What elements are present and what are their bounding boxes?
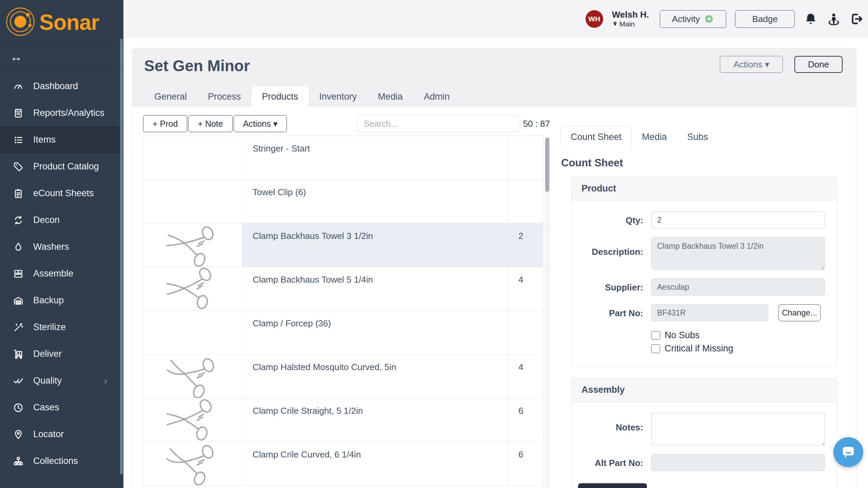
topbar: WH Welsh H. Main Activity Badge <box>123 0 868 38</box>
search-input[interactable] <box>357 115 520 132</box>
sidebar-item-dashboard[interactable]: Dashboard <box>0 73 123 100</box>
sidebar-item-assemble[interactable]: Assemble <box>0 260 123 287</box>
product-name-cell: Clamp Backhaus Towel 3 1/2in <box>242 223 509 267</box>
location-pin-icon <box>612 21 618 27</box>
activity-button[interactable]: Activity <box>660 10 726 28</box>
table-row[interactable]: Clamp Halsted Mosquito Curved, 5in4 <box>143 354 543 398</box>
partial-next-row <box>143 486 543 488</box>
activity-label: Activity <box>672 14 700 24</box>
tab-media[interactable]: Media <box>367 86 413 107</box>
assemble-icon <box>13 268 24 279</box>
description-textarea[interactable] <box>651 237 825 270</box>
locator-icon <box>13 429 24 440</box>
badge-button[interactable]: Badge <box>735 10 795 28</box>
sidebar-item-deliver[interactable]: Deliver <box>0 341 123 367</box>
product-panel-title: Product <box>571 177 837 201</box>
user-location: Main <box>619 20 635 28</box>
dashboard-icon <box>13 81 24 92</box>
sidebar-item-ecount-sheets[interactable]: eCount Sheets <box>0 180 123 207</box>
set-editor-card: Set Gen Minor Actions ▾ Done GeneralProc… <box>132 48 856 488</box>
sidebar-item-product-catalog[interactable]: Product Catalog <box>0 153 123 180</box>
onesource-button[interactable]: OneSource <box>578 483 647 488</box>
chevron-right-icon: › <box>104 375 107 386</box>
alt-part-no-input[interactable] <box>651 454 825 471</box>
tab-general[interactable]: General <box>144 86 197 107</box>
notes-textarea[interactable] <box>651 413 825 445</box>
set-actions-dropdown-button[interactable]: Actions ▾ <box>720 56 783 73</box>
clamp-instrument-photo <box>143 398 242 442</box>
sidebar-item-label: Items <box>33 135 56 145</box>
product-qty-cell: 6 <box>509 398 543 442</box>
add-product-button[interactable]: + Prod <box>143 115 187 132</box>
sidebar: Sonar ↔ DashboardReports/AnalyticsItemsP… <box>0 0 123 488</box>
sidebar-item-label: Collections <box>33 456 78 466</box>
sidebar-item-reports-analytics[interactable]: Reports/Analytics <box>0 100 123 126</box>
sidebar-item-sterilize[interactable]: Sterilize <box>0 314 123 341</box>
sidebar-item-label: Dashboard <box>33 81 78 92</box>
detail-tab-count-sheet[interactable]: Count Sheet <box>560 126 632 148</box>
part-no-input[interactable] <box>651 304 768 321</box>
tab-admin[interactable]: Admin <box>413 86 460 107</box>
change-part-button[interactable]: Change... <box>778 304 821 321</box>
tab-process[interactable]: Process <box>197 86 252 107</box>
logo-text: Sonar <box>39 10 99 35</box>
product-name-cell: Towel Clip (6) <box>242 180 509 223</box>
part-no-label: Part No: <box>575 307 643 319</box>
no-subs-checkbox[interactable] <box>651 331 660 340</box>
empty-image-cell <box>143 136 242 180</box>
sidebar-item-locator[interactable]: Locator <box>0 421 123 448</box>
table-row[interactable]: Clamp Backhaus Towel 3 1/2in2 <box>143 223 543 267</box>
clamp-instrument-photo <box>143 223 242 267</box>
sidebar-item-collections[interactable]: Collections <box>0 448 123 474</box>
sidebar-item-label: Locator <box>33 429 64 440</box>
products-actions-dropdown-button[interactable]: Actions ▾ <box>234 115 287 132</box>
supplier-input[interactable] <box>651 279 825 296</box>
table-row[interactable]: Clamp / Forcep (36) <box>143 311 543 354</box>
chat-widget-button[interactable] <box>833 437 863 467</box>
street-view-user-icon[interactable] <box>827 12 841 26</box>
products-list-pane: + Prod + Note Actions ▾ 50 : 87 Stringer… <box>143 115 550 488</box>
notifications-bell-icon[interactable] <box>804 12 818 26</box>
table-scrollbar[interactable] <box>545 136 550 488</box>
table-row[interactable]: Clamp Crile Straight, 5 1/2in6 <box>143 398 543 442</box>
app-logo[interactable]: Sonar <box>0 0 123 43</box>
alt-part-no-label: Alt Part No: <box>575 457 643 468</box>
tab-products[interactable]: Products <box>252 86 309 107</box>
set-editor-tabs: GeneralProcessProductsInventoryMediaAdmi… <box>144 86 460 107</box>
detail-tab-media[interactable]: Media <box>632 126 677 148</box>
product-name-cell: Clamp / Forcep (36) <box>242 311 509 354</box>
set-editor-header: Set Gen Minor Actions ▾ Done GeneralProc… <box>133 48 856 107</box>
sidebar-item-label: Sterilize <box>33 322 66 332</box>
product-name-cell: Clamp Crile Curved, 6 1/4in <box>242 442 509 486</box>
notes-label: Notes: <box>575 413 643 433</box>
product-qty-cell: 6 <box>509 442 543 486</box>
add-note-button[interactable]: + Note <box>188 115 232 132</box>
sidebar-nav: DashboardReports/AnalyticsItemsProduct C… <box>0 70 123 474</box>
qty-input[interactable] <box>651 211 825 228</box>
sidebar-item-quality[interactable]: Quality› <box>0 367 123 394</box>
sidebar-scrollbar[interactable] <box>120 39 123 474</box>
collections-icon <box>13 456 24 467</box>
table-scrollbar-thumb[interactable] <box>545 138 549 192</box>
table-row[interactable]: Clamp Crile Curved, 6 1/4in6 <box>143 442 543 486</box>
sidebar-item-decon[interactable]: Decon <box>0 207 123 233</box>
table-row[interactable]: Clamp Backhaus Towel 5 1/4in4 <box>143 267 543 311</box>
sidebar-item-backup[interactable]: Backup <box>0 287 123 314</box>
product-name-cell: Stringer - Start <box>242 136 509 180</box>
avatar[interactable]: WH <box>586 10 603 28</box>
sidebar-item-cases[interactable]: Cases <box>0 394 123 421</box>
logout-icon[interactable] <box>850 12 864 26</box>
table-row[interactable]: Towel Clip (6) <box>143 180 543 223</box>
sidebar-item-items[interactable]: Items <box>0 126 123 153</box>
detail-tab-subs[interactable]: Subs <box>677 126 718 148</box>
qty-label: Qty: <box>575 215 643 226</box>
sidebar-item-label: Reports/Analytics <box>33 108 104 118</box>
critical-if-missing-checkbox[interactable] <box>651 344 660 353</box>
table-row[interactable]: Stringer - Start <box>143 136 543 180</box>
product-catalog-icon <box>13 161 24 172</box>
done-button[interactable]: Done <box>794 56 843 73</box>
sidebar-collapse-toggle[interactable]: ↔ <box>0 44 123 70</box>
tab-inventory[interactable]: Inventory <box>309 86 367 107</box>
user-block[interactable]: Welsh H. Main <box>612 10 649 28</box>
sidebar-item-washers[interactable]: Washers <box>0 233 123 260</box>
